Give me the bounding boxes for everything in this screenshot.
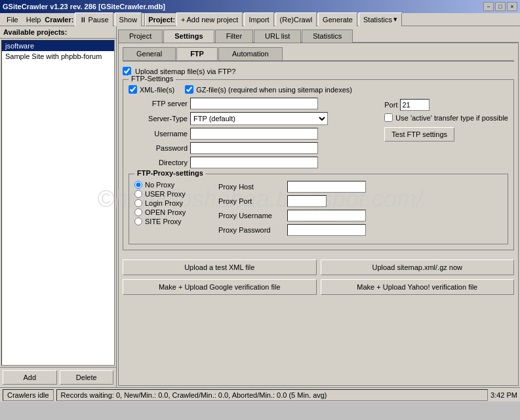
ftp-server-input[interactable] <box>190 98 318 109</box>
action-row-2: Make + Upload Google verification file M… <box>123 279 514 295</box>
generate-button[interactable]: Generate <box>318 12 357 27</box>
crawler-label: Crawler: <box>45 16 73 24</box>
left-panel: Available projects: jsoftware Sample Sit… <box>0 26 117 387</box>
server-type-label: Server-Type <box>129 115 188 123</box>
sub-tab-ftp[interactable]: FTP <box>176 47 218 60</box>
menu-bar: File Help Crawler: ⏸ Pause Show Project:… <box>0 13 520 26</box>
proxy-group: FTP-Proxy-settings No Proxy USER Proxy <box>129 174 508 244</box>
crawlers-status: Crawlers idle <box>3 389 54 401</box>
tab-statistics[interactable]: Statistics <box>302 29 353 43</box>
project-item-jsoftware[interactable]: jsoftware <box>2 41 114 51</box>
password-label: Password <box>129 144 188 152</box>
proxy-port-row: Proxy Port <box>218 195 502 207</box>
active-transfer-checkbox[interactable] <box>384 113 393 122</box>
sub-tab-automation[interactable]: Automation <box>218 47 283 60</box>
port-row: Port <box>384 99 508 111</box>
proxy-fields: Proxy Host Proxy Port Proxy Username <box>218 181 502 239</box>
user-proxy-radio[interactable] <box>134 190 142 198</box>
directory-row: Directory <box>129 157 378 168</box>
no-proxy-label: No Proxy <box>145 181 174 189</box>
ftp-settings-title: FTP-Settings <box>129 75 176 83</box>
site-proxy-label: SITE Proxy <box>145 218 182 225</box>
maximize-button[interactable]: □ <box>495 2 506 11</box>
tab-project[interactable]: Project <box>118 29 163 43</box>
records-status: Records waiting: 0, New/Min.: 0.0, Crawl… <box>56 389 488 401</box>
gz-checkbox[interactable] <box>185 85 193 94</box>
close-button[interactable]: × <box>507 2 517 11</box>
upload-checkbox-row: Upload sitemap file(s) via FTP? <box>123 67 514 75</box>
menu-file[interactable]: File <box>3 14 22 25</box>
right-panel: Project Settings Filter URL list Statist… <box>117 26 520 387</box>
import-button[interactable]: Import <box>244 12 273 27</box>
proxy-radios: No Proxy USER Proxy Login Proxy <box>134 181 213 239</box>
tab-filter[interactable]: Filter <box>215 29 253 43</box>
project-list: jsoftware Sample Site with phpbb-forum <box>1 40 115 366</box>
login-proxy-label: Login Proxy <box>145 199 183 207</box>
ftp-left-col: FTP server Server-Type FTP (default) SFT… <box>129 98 378 171</box>
xml-label: XML-file(s) <box>140 86 174 94</box>
password-input[interactable] <box>190 142 318 154</box>
ftp-main-fields: FTP server Server-Type FTP (default) SFT… <box>129 98 508 171</box>
make-google-button[interactable]: Make + Upload Google verification file <box>123 279 317 295</box>
xml-checkbox[interactable] <box>129 85 137 94</box>
project-item-sample[interactable]: Sample Site with phpbb-forum <box>2 51 114 62</box>
proxy-host-input[interactable] <box>287 181 366 193</box>
xml-option: XML-file(s) <box>129 85 174 94</box>
port-input[interactable] <box>400 99 430 111</box>
login-proxy-radio[interactable] <box>134 199 142 207</box>
open-proxy-label: OPEN Proxy <box>145 208 186 216</box>
username-input[interactable] <box>190 128 318 140</box>
upload-test-xml-button[interactable]: Upload a test XML file <box>123 259 317 275</box>
menu-help[interactable]: Help <box>22 14 45 25</box>
pause-button[interactable]: ⏸ Pause <box>75 12 113 27</box>
active-transfer-label: Use 'active' transfer type if possible <box>395 114 508 122</box>
directory-input[interactable] <box>190 157 318 168</box>
tab-urllist[interactable]: URL list <box>254 29 301 43</box>
ftp-server-label: FTP server <box>129 100 188 107</box>
proxy-columns: No Proxy USER Proxy Login Proxy <box>134 181 502 239</box>
test-btn-container: Test FTP settings <box>384 127 508 142</box>
test-ftp-button[interactable]: Test FTP settings <box>384 127 454 142</box>
open-proxy-radio[interactable] <box>134 208 142 216</box>
proxy-username-label: Proxy Username <box>218 212 287 220</box>
action-row-1: Upload a test XML file Upload sitemap.xm… <box>123 259 514 275</box>
port-label: Port <box>384 101 397 109</box>
recrawl-button[interactable]: (Re)Crawl <box>275 12 317 27</box>
delete-button[interactable]: Delete <box>60 370 114 385</box>
upload-ftp-label: Upload sitemap file(s) via FTP? <box>135 67 235 75</box>
password-row: Password <box>129 142 378 154</box>
sub-tab-general[interactable]: General <box>123 47 176 60</box>
proxy-password-input[interactable] <box>287 224 366 236</box>
directory-label: Directory <box>129 159 188 166</box>
window-title: GSiteCrawler v1.23 rev. 286 [GSiteCrawle… <box>3 3 165 10</box>
dropdown-icon: ▾ <box>393 15 397 24</box>
tab-settings[interactable]: Settings <box>163 29 214 43</box>
window-controls: − □ × <box>483 2 517 11</box>
user-proxy-label: USER Proxy <box>145 190 186 198</box>
proxy-radio-no: No Proxy <box>134 181 213 189</box>
show-button[interactable]: Show <box>115 12 142 27</box>
no-proxy-radio[interactable] <box>134 181 142 189</box>
add-button[interactable]: Add <box>3 370 57 385</box>
proxy-username-input[interactable] <box>287 210 366 221</box>
project-label: Project: <box>148 16 175 24</box>
proxy-radio-user: USER Proxy <box>134 190 213 198</box>
proxy-port-input[interactable] <box>287 195 327 207</box>
content-area: General FTP Automation Upload sitemap fi… <box>118 43 519 386</box>
add-project-button[interactable]: + Add new project <box>176 12 243 27</box>
username-row: Username <box>129 128 378 140</box>
gz-option: GZ-file(s) (required when using sitemap … <box>185 85 352 94</box>
main-tab-bar: Project Settings Filter URL list Statist… <box>118 28 519 43</box>
title-bar: GSiteCrawler v1.23 rev. 286 [GSiteCrawle… <box>0 0 520 13</box>
proxy-host-row: Proxy Host <box>218 181 502 193</box>
main-container: ©http://joshahaa.blogspot.com/ Available… <box>0 26 520 387</box>
make-yahoo-button[interactable]: Make + Upload Yahoo! verification file <box>321 279 515 295</box>
site-proxy-radio[interactable] <box>134 218 142 225</box>
statistics-toolbar-button[interactable]: Statistics ▾ <box>359 12 402 27</box>
ftp-right-col: Port Use 'active' transfer type if possi… <box>384 98 508 171</box>
minimize-button[interactable]: − <box>483 2 494 11</box>
upload-sitemap-button[interactable]: Upload sitemap.xml/.gz now <box>321 259 515 275</box>
proxy-port-label: Proxy Port <box>218 197 287 205</box>
proxy-password-row: Proxy Password <box>218 224 502 236</box>
server-type-select[interactable]: FTP (default) SFTP FTPS <box>190 112 328 125</box>
